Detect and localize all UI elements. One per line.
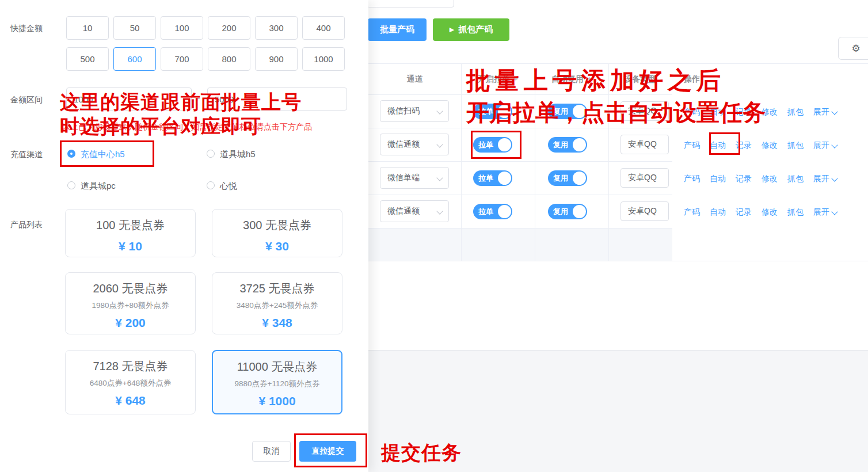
reuse-toggle[interactable]: 复用: [548, 104, 587, 119]
pull-toggle[interactable]: 拉单: [473, 137, 512, 153]
action-expand[interactable]: 展开: [813, 207, 837, 218]
product-card[interactable]: 300 无畏点券 ¥ 30: [212, 209, 342, 257]
channel-select[interactable]: 微信扫码: [380, 100, 449, 122]
radio-prop-city-pc[interactable]: [67, 181, 75, 189]
reuse-toggle-label: 复用: [553, 140, 568, 150]
cancel-button[interactable]: 取消: [252, 441, 291, 462]
pull-toggle-label: 拉单: [478, 173, 493, 184]
range-max-input[interactable]: 5000: [207, 87, 347, 111]
channel-select-value: 微信通额: [387, 206, 420, 216]
action-expand-label: 展开: [813, 140, 829, 150]
action-capture[interactable]: 抓包: [787, 140, 804, 151]
partial-top-input[interactable]: [367, 0, 454, 7]
empty-table-row: [368, 229, 672, 261]
sort-caret-icon[interactable]: [512, 75, 518, 83]
capture-code-button[interactable]: ▶ 抓包产码: [433, 18, 509, 41]
batch-code-button[interactable]: 批量产码: [368, 18, 427, 41]
channel-select[interactable]: 微信通额: [380, 134, 449, 155]
amount-button-500[interactable]: 500: [66, 47, 109, 71]
amount-button-700[interactable]: 700: [161, 47, 203, 71]
action-capture[interactable]: 抓包: [787, 107, 804, 117]
product-title: 2060 无畏点券: [66, 281, 195, 296]
radio-label-prop-city-h5[interactable]: 道具城h5: [220, 149, 256, 160]
product-card[interactable]: 3725 无畏点券 3480点券+245额外点券 ¥ 348: [212, 272, 342, 334]
pull-toggle-label: 拉单: [478, 207, 493, 217]
pull-toggle[interactable]: 拉单: [473, 104, 512, 119]
action-auto[interactable]: 自动: [710, 107, 726, 117]
channel-select[interactable]: 微信通额: [380, 200, 449, 222]
action-modify[interactable]: 修改: [762, 140, 778, 151]
action-produce-code[interactable]: 产码: [684, 207, 700, 218]
action-record[interactable]: 记录: [736, 174, 752, 184]
amount-button-200[interactable]: 200: [208, 16, 250, 40]
reuse-toggle[interactable]: 复用: [548, 170, 587, 186]
channel-select[interactable]: 微信单端: [380, 167, 449, 189]
reuse-toggle[interactable]: 复用: [548, 204, 587, 219]
chevron-down-icon: [832, 143, 837, 148]
sort-caret-icon[interactable]: [586, 75, 592, 83]
product-card[interactable]: 7128 无畏点券 6480点券+648额外点券 ¥ 648: [65, 350, 196, 414]
radio-label-xinyue[interactable]: 心悦: [220, 181, 237, 192]
amount-button-1000[interactable]: 1000: [302, 47, 345, 71]
product-card-selected[interactable]: 11000 无畏点券 9880点券+1120额外点券 ¥ 1000: [212, 350, 342, 414]
action-expand[interactable]: 展开: [813, 174, 837, 184]
amount-range-label: 金额区间: [10, 95, 43, 105]
action-record[interactable]: 记录: [736, 140, 752, 151]
amount-button-400[interactable]: 400: [302, 16, 345, 40]
action-auto[interactable]: 自动: [710, 207, 726, 218]
capture-code-label: 抓包产码: [458, 24, 493, 35]
amount-button-600-selected[interactable]: 600: [113, 47, 156, 71]
header-device: 设备类型: [608, 63, 672, 94]
device-select[interactable]: 安卓QQ: [620, 135, 669, 154]
action-record[interactable]: 记录: [736, 207, 752, 218]
pull-toggle-label: 拉单: [478, 106, 493, 117]
device-select[interactable]: 安卓QQ: [620, 168, 669, 188]
amount-button-800[interactable]: 800: [208, 47, 250, 71]
row-actions: 产码 自动 记录 修改 抓包 展开: [684, 107, 837, 117]
radio-xinyue[interactable]: [207, 181, 215, 189]
reuse-toggle[interactable]: 复用: [548, 137, 587, 153]
header-pull[interactable]: 开启拉单: [461, 63, 535, 94]
submit-button[interactable]: 直拉提交: [299, 441, 356, 462]
amount-button-900[interactable]: 900: [255, 47, 298, 71]
product-price: ¥ 10: [66, 239, 195, 253]
radio-prop-city-h5[interactable]: [207, 150, 215, 158]
radio-recharge-center-h5[interactable]: [67, 150, 75, 158]
amount-button-10[interactable]: 10: [66, 16, 109, 40]
pull-toggle[interactable]: 拉单: [473, 204, 512, 219]
action-modify[interactable]: 修改: [762, 207, 778, 218]
radio-label-recharge-center-h5[interactable]: 充值中心h5: [81, 149, 125, 160]
amount-button-50[interactable]: 50: [113, 16, 156, 40]
chevron-down-icon: [437, 109, 443, 114]
action-modify[interactable]: 修改: [762, 107, 778, 117]
settings-button[interactable]: ⚙: [838, 37, 868, 60]
action-capture[interactable]: 抓包: [787, 207, 804, 218]
action-expand[interactable]: 展开: [813, 140, 837, 151]
device-select[interactable]: 安卓QQ: [620, 201, 669, 221]
product-price: ¥ 648: [66, 394, 195, 408]
product-price: ¥ 1000: [213, 394, 341, 408]
product-subtitle: 3480点券+245额外点券: [212, 300, 342, 311]
pull-toggle[interactable]: 拉单: [473, 170, 512, 186]
product-price: ¥ 200: [66, 316, 195, 330]
action-produce-code[interactable]: 产码: [684, 174, 700, 184]
device-select[interactable]: 安卓QQ: [620, 101, 669, 121]
action-expand[interactable]: 展开: [813, 107, 837, 117]
header-reuse-label: 自动复用: [551, 74, 584, 83]
amount-button-100[interactable]: 100: [161, 16, 203, 40]
action-produce-code[interactable]: 产码: [684, 107, 700, 117]
reuse-toggle-label: 复用: [553, 207, 568, 217]
action-produce-code[interactable]: 产码: [684, 140, 700, 151]
header-reuse[interactable]: 自动复用: [535, 63, 608, 94]
action-record[interactable]: 记录: [736, 107, 752, 117]
product-card[interactable]: 100 无畏点券 ¥ 10: [65, 209, 196, 257]
action-auto[interactable]: 自动: [710, 140, 726, 151]
product-card[interactable]: 2060 无畏点券 1980点券+80额外点券 ¥ 200: [65, 272, 196, 334]
amount-button-300[interactable]: 300: [255, 16, 298, 40]
radio-label-prop-city-pc[interactable]: 道具城pc: [81, 181, 116, 192]
action-modify[interactable]: 修改: [762, 174, 778, 184]
action-auto[interactable]: 自动: [710, 174, 726, 184]
action-capture[interactable]: 抓包: [787, 174, 804, 184]
channel-group-label: 充值渠道: [10, 150, 43, 160]
range-min-input[interactable]: 1000: [66, 87, 192, 111]
